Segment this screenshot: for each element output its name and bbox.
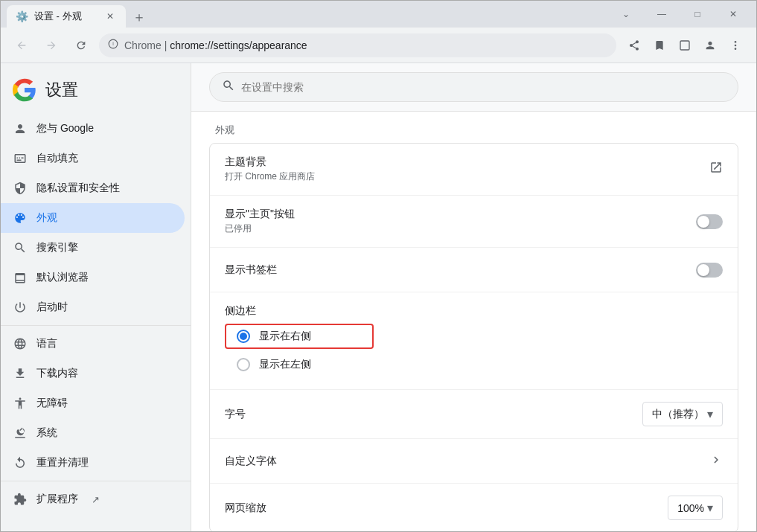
font-size-control[interactable]: 中（推荐） ▾ [642, 402, 723, 426]
svg-point-3 [735, 41, 737, 43]
settings-search-bar[interactable] [209, 72, 738, 102]
globe-icon [13, 336, 28, 351]
sidebar-item-startup-label: 启动时 [36, 301, 68, 314]
back-button[interactable] [10, 33, 33, 57]
sidebar-item-autofill-label: 自动填充 [36, 152, 78, 165]
setting-info-zoom: 网页缩放 [225, 501, 668, 515]
radio-left-option[interactable]: 显示在左侧 [225, 352, 323, 377]
radio-left-label: 显示在左侧 [259, 358, 311, 371]
zoom-control[interactable]: 100% ▾ [668, 496, 723, 520]
radio-right-label: 显示在右侧 [259, 330, 311, 343]
theme-control[interactable] [709, 161, 723, 178]
setting-row-home-button: 显示"主页"按钮 已停用 [210, 196, 738, 248]
setting-row-bookmarks: 显示书签栏 [210, 248, 738, 292]
sidebar-item-accessibility[interactable]: 无障碍 [1, 388, 185, 418]
sidebar-item-privacy[interactable]: 隐私设置和安全性 [1, 173, 185, 203]
settings-card: 主题背景 打开 Chrome 应用商店 显示"主页"按钮 [209, 143, 738, 531]
home-button-toggle[interactable] [696, 214, 723, 229]
section-title: 外观 [209, 124, 738, 137]
svg-rect-2 [680, 41, 689, 50]
settings-area: 外观 主题背景 打开 Chrome 应用商店 [191, 63, 756, 531]
bookmarks-toggle[interactable] [696, 263, 723, 278]
radio-left-circle [237, 358, 250, 371]
sidebar-header: 设置 [1, 69, 191, 114]
download-icon [13, 366, 28, 381]
setting-info-theme: 主题背景 打开 Chrome 应用商店 [225, 156, 709, 183]
sidebar-item-google[interactable]: 您与 Google [1, 114, 185, 144]
sidebar-divider-1 [1, 325, 191, 326]
active-tab[interactable]: ⚙️ 设置 - 外观 ✕ [7, 5, 126, 28]
sidebar-item-accessibility-label: 无障碍 [36, 397, 68, 410]
close-button[interactable]: ✕ [716, 3, 750, 25]
sidebar-item-appearance-label: 外观 [36, 211, 57, 225]
chevron-button[interactable]: ⌄ [609, 3, 643, 25]
settings-content: 外观 主题背景 打开 Chrome 应用商店 [191, 112, 756, 531]
setting-row-custom-font: 自定义字体 [210, 439, 738, 484]
bookmark-button[interactable] [648, 33, 671, 57]
dropdown-arrow-zoom: ▾ [707, 501, 713, 515]
browser-icon [13, 270, 28, 285]
tab-close-button[interactable]: ✕ [103, 10, 117, 23]
sidebar-item-system[interactable]: 系统 [1, 418, 185, 448]
setting-info-home: 显示"主页"按钮 已停用 [225, 208, 696, 235]
sidebar-item-download[interactable]: 下载内容 [1, 359, 185, 388]
theme-label: 主题背景 [225, 156, 709, 169]
sidebar-item-download-label: 下载内容 [36, 367, 78, 380]
refresh-button[interactable] [69, 33, 93, 57]
google-logo [13, 78, 36, 102]
tab-favicon: ⚙️ [16, 10, 28, 22]
radio-right-option[interactable]: 显示在右侧 [225, 324, 374, 349]
home-button-label: 显示"主页"按钮 [225, 208, 696, 221]
window-controls: ⌄ — □ ✕ [609, 3, 750, 25]
browser-window: ⚙️ 设置 - 外观 ✕ ＋ ⌄ — □ ✕ i Chro [0, 0, 757, 532]
font-size-dropdown[interactable]: 中（推荐） ▾ [642, 402, 723, 426]
profile-button[interactable] [698, 33, 722, 57]
search-bar-icon [222, 79, 235, 95]
external-link-icon [709, 161, 723, 178]
accessibility-icon [13, 396, 28, 411]
main-content: 设置 您与 Google 自动填充 隐私设置和安全性 [1, 63, 756, 531]
font-size-value: 中（推荐） [652, 408, 704, 421]
sidebar-item-search[interactable]: 搜索引擎 [1, 233, 185, 263]
custom-font-control[interactable] [709, 453, 723, 469]
minimize-button[interactable]: — [645, 3, 679, 25]
sidebar-item-browser[interactable]: 默认浏览器 [1, 263, 185, 292]
setting-row-font-size: 字号 中（推荐） ▾ [210, 390, 738, 439]
palette-icon [13, 211, 28, 225]
settings-search-input[interactable] [241, 81, 726, 93]
new-tab-button[interactable]: ＋ [129, 7, 150, 28]
maximize-button[interactable]: □ [680, 3, 715, 25]
extensions-external-icon: ↗ [92, 494, 100, 505]
sidebar-item-appearance[interactable]: 外观 [1, 203, 185, 233]
sidebar-item-language[interactable]: 语言 [1, 329, 185, 359]
zoom-dropdown[interactable]: 100% ▾ [668, 496, 723, 520]
setting-info-bookmarks: 显示书签栏 [225, 263, 696, 277]
sidebar-item-reset[interactable]: 重置并清理 [1, 448, 185, 478]
share-button[interactable] [622, 33, 646, 57]
address-bar[interactable]: i Chrome | chrome://settings/appearance [99, 33, 616, 57]
chevron-right-icon [709, 453, 723, 469]
autofill-icon [13, 151, 28, 166]
more-button[interactable] [724, 33, 747, 57]
home-button-desc: 已停用 [225, 222, 696, 235]
sidebar-item-extensions[interactable]: 扩展程序 ↗ [1, 484, 185, 514]
forward-button[interactable] [39, 33, 63, 57]
bookmarks-control[interactable] [696, 263, 723, 278]
tab-search-button[interactable] [673, 33, 697, 57]
extensions-icon [13, 492, 28, 507]
url-path: chrome://settings/appearance [170, 39, 307, 51]
sidebar-item-privacy-label: 隐私设置和安全性 [36, 182, 120, 195]
radio-right-circle [237, 330, 250, 343]
sidebar-title: 设置 [45, 79, 78, 101]
svg-point-5 [735, 48, 737, 50]
home-button-control[interactable] [696, 214, 723, 229]
setting-row-sidebar: 侧边栏 显示在右侧 显示在左侧 [210, 292, 738, 390]
zoom-label: 网页缩放 [225, 501, 668, 515]
zoom-value: 100% [677, 502, 704, 514]
reset-icon [13, 455, 28, 470]
person-icon [13, 121, 28, 136]
sidebar-item-autofill[interactable]: 自动填充 [1, 144, 185, 173]
sidebar-item-startup[interactable]: 启动时 [1, 292, 185, 322]
sidebar-label: 侧边栏 [225, 304, 256, 318]
setting-row-theme: 主题背景 打开 Chrome 应用商店 [210, 144, 738, 196]
